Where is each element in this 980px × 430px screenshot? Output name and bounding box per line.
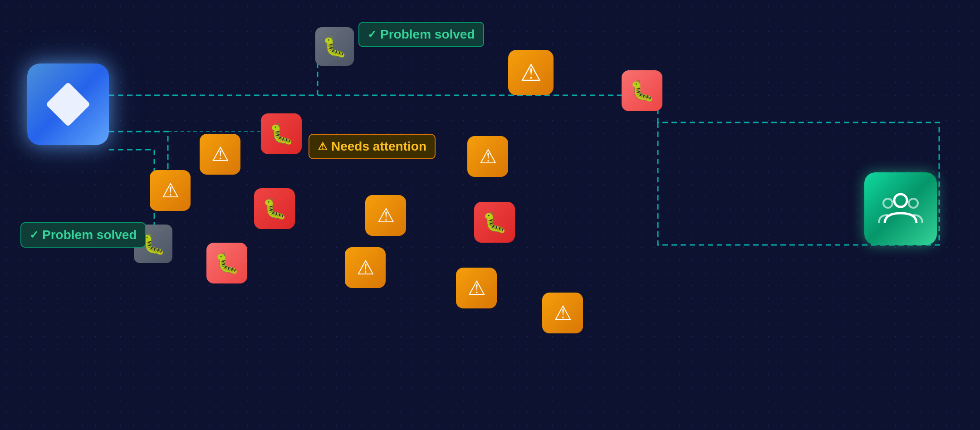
users-icon — [878, 191, 923, 227]
bug-icon: 🐛 — [262, 199, 287, 219]
warning-icon: ⚠ — [520, 59, 542, 86]
bug-node-red-4[interactable]: 🐛 — [206, 243, 247, 283]
warning-icon: ⚠ — [211, 144, 229, 164]
warning-icon: ⚠ — [479, 147, 497, 166]
warning-node-bottom-1[interactable]: ⚠ — [345, 247, 386, 288]
problem-solved-badge-top: ✓ Problem solved — [358, 22, 484, 47]
main-node[interactable] — [27, 64, 109, 145]
bug-icon: 🐛 — [322, 37, 347, 57]
bug-icon: 🐛 — [482, 212, 507, 232]
group-node[interactable] — [864, 172, 937, 245]
bug-node-red-3[interactable]: 🐛 — [474, 202, 515, 243]
bug-node-gray-2[interactable]: 🐛 — [315, 27, 354, 66]
svg-point-1 — [883, 199, 892, 208]
bug-icon: 🐛 — [215, 253, 240, 273]
diamond-icon — [46, 82, 91, 127]
warning-node-1[interactable]: ⚠ — [200, 134, 240, 175]
warning-icon: ⚠ — [318, 140, 328, 153]
check-icon: ✓ — [29, 229, 39, 241]
warning-node-4[interactable]: ⚠ — [467, 136, 508, 177]
bug-node-red-1[interactable]: 🐛 — [261, 113, 302, 154]
check-icon: ✓ — [368, 28, 377, 41]
warning-icon: ⚠ — [162, 181, 179, 200]
svg-point-2 — [909, 199, 918, 208]
warning-node-3[interactable]: ⚠ — [365, 195, 406, 236]
warning-icon: ⚠ — [357, 258, 374, 278]
canvas: ✓ Problem solved 🐛 ⚠ ⚠ 🐛 ✓ Problem solve… — [0, 0, 980, 430]
warning-node-bottom-2[interactable]: ⚠ — [456, 268, 497, 308]
bug-node-red-2[interactable]: 🐛 — [254, 188, 295, 229]
bug-icon: 🐛 — [269, 124, 294, 144]
warning-node-2[interactable]: ⚠ — [150, 170, 191, 211]
bug-icon: 🐛 — [630, 81, 655, 101]
warning-node-bottom-3[interactable]: ⚠ — [542, 293, 583, 333]
problem-solved-badge-left: ✓ Problem solved — [20, 222, 146, 248]
svg-point-0 — [894, 194, 907, 207]
needs-attention-badge: ⚠ Needs attention — [309, 134, 436, 159]
warning-node-top-right[interactable]: ⚠ — [508, 50, 554, 95]
warning-icon: ⚠ — [377, 205, 395, 225]
bug-node-coral-1[interactable]: 🐛 — [622, 70, 662, 111]
warning-icon: ⚠ — [554, 303, 572, 323]
warning-icon: ⚠ — [468, 278, 485, 298]
